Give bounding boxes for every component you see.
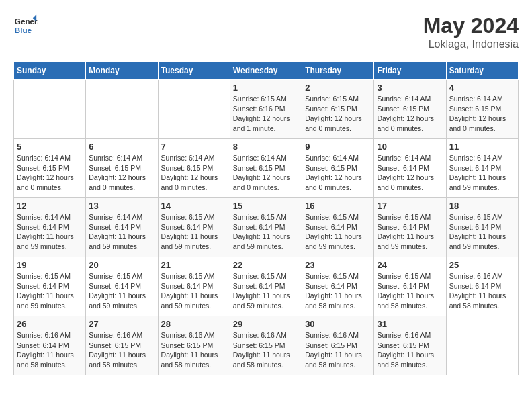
day-info: Sunrise: 6:14 AM Sunset: 6:15 PM Dayligh… [161,153,227,193]
day-info: Sunrise: 6:15 AM Sunset: 6:14 PM Dayligh… [377,271,443,311]
logo-icon: General Blue [13,13,38,38]
dow-header-thursday: Thursday [302,62,374,80]
day-info: Sunrise: 6:14 AM Sunset: 6:14 PM Dayligh… [89,212,154,252]
day-number: 20 [89,260,154,270]
calendar-cell [446,316,518,375]
day-info: Sunrise: 6:14 AM Sunset: 6:14 PM Dayligh… [377,153,443,193]
day-number: 30 [305,319,371,329]
calendar-cell: 27Sunrise: 6:16 AM Sunset: 6:15 PM Dayli… [86,316,158,375]
day-info: Sunrise: 6:14 AM Sunset: 6:15 PM Dayligh… [449,94,515,134]
dow-header-saturday: Saturday [446,62,518,80]
calendar-cell: 9Sunrise: 6:14 AM Sunset: 6:15 PM Daylig… [302,139,374,198]
day-info: Sunrise: 6:16 AM Sunset: 6:15 PM Dayligh… [161,330,227,370]
day-number: 22 [233,260,299,270]
day-number: 13 [89,201,154,211]
calendar-cell: 28Sunrise: 6:16 AM Sunset: 6:15 PM Dayli… [158,316,230,375]
calendar-cell: 11Sunrise: 6:14 AM Sunset: 6:14 PM Dayli… [446,139,518,198]
day-info: Sunrise: 6:15 AM Sunset: 6:15 PM Dayligh… [305,94,371,134]
svg-text:Blue: Blue [15,26,32,34]
dow-header-tuesday: Tuesday [158,62,230,80]
day-info: Sunrise: 6:15 AM Sunset: 6:14 PM Dayligh… [305,271,371,311]
week-row-2: 5Sunrise: 6:14 AM Sunset: 6:15 PM Daylig… [14,139,519,198]
day-info: Sunrise: 6:15 AM Sunset: 6:14 PM Dayligh… [233,271,299,311]
day-info: Sunrise: 6:14 AM Sunset: 6:14 PM Dayligh… [17,212,83,252]
calendar-cell [14,80,86,139]
day-number: 12 [17,201,83,211]
calendar-cell: 5Sunrise: 6:14 AM Sunset: 6:15 PM Daylig… [14,139,86,198]
calendar-cell: 21Sunrise: 6:15 AM Sunset: 6:14 PM Dayli… [158,257,230,316]
day-number: 8 [233,142,299,152]
calendar-cell: 6Sunrise: 6:14 AM Sunset: 6:15 PM Daylig… [86,139,158,198]
calendar-cell: 30Sunrise: 6:16 AM Sunset: 6:15 PM Dayli… [302,316,374,375]
calendar-cell: 24Sunrise: 6:15 AM Sunset: 6:14 PM Dayli… [374,257,446,316]
day-number: 9 [305,142,371,152]
calendar-cell: 25Sunrise: 6:16 AM Sunset: 6:14 PM Dayli… [446,257,518,316]
day-number: 19 [17,260,83,270]
calendar-cell: 13Sunrise: 6:14 AM Sunset: 6:14 PM Dayli… [86,198,158,257]
day-number: 25 [449,260,515,270]
day-number: 21 [161,260,227,270]
calendar-cell: 18Sunrise: 6:15 AM Sunset: 6:14 PM Dayli… [446,198,518,257]
day-info: Sunrise: 6:14 AM Sunset: 6:15 PM Dayligh… [17,153,83,193]
day-number: 31 [377,319,443,329]
day-number: 26 [17,319,83,329]
title-block: May 2024 Loklaga, Indonesia [423,13,519,50]
dow-header-friday: Friday [374,62,446,80]
day-number: 10 [377,142,443,152]
calendar-cell: 17Sunrise: 6:15 AM Sunset: 6:14 PM Dayli… [374,198,446,257]
calendar-cell: 2Sunrise: 6:15 AM Sunset: 6:15 PM Daylig… [302,80,374,139]
calendar-cell: 15Sunrise: 6:15 AM Sunset: 6:14 PM Dayli… [230,198,302,257]
calendar-cell: 22Sunrise: 6:15 AM Sunset: 6:14 PM Dayli… [230,257,302,316]
calendar-table: SundayMondayTuesdayWednesdayThursdayFrid… [13,61,519,375]
calendar-cell: 3Sunrise: 6:14 AM Sunset: 6:15 PM Daylig… [374,80,446,139]
day-number: 24 [377,260,443,270]
calendar-cell [86,80,158,139]
calendar-body: 1Sunrise: 6:15 AM Sunset: 6:16 PM Daylig… [14,80,519,375]
day-info: Sunrise: 6:15 AM Sunset: 6:14 PM Dayligh… [17,271,83,311]
page-subtitle: Loklaga, Indonesia [423,38,519,50]
day-number: 14 [161,201,227,211]
day-number: 18 [449,201,515,211]
day-info: Sunrise: 6:16 AM Sunset: 6:14 PM Dayligh… [449,271,515,311]
calendar-cell: 31Sunrise: 6:16 AM Sunset: 6:15 PM Dayli… [374,316,446,375]
day-info: Sunrise: 6:16 AM Sunset: 6:15 PM Dayligh… [377,330,443,370]
day-info: Sunrise: 6:15 AM Sunset: 6:14 PM Dayligh… [161,271,227,311]
day-number: 11 [449,142,515,152]
calendar-cell: 19Sunrise: 6:15 AM Sunset: 6:14 PM Dayli… [14,257,86,316]
day-number: 28 [161,319,227,329]
day-number: 3 [377,83,443,93]
calendar-cell: 20Sunrise: 6:15 AM Sunset: 6:14 PM Dayli… [86,257,158,316]
day-number: 15 [233,201,299,211]
dow-header-sunday: Sunday [14,62,86,80]
day-info: Sunrise: 6:16 AM Sunset: 6:14 PM Dayligh… [17,330,83,370]
calendar-cell: 26Sunrise: 6:16 AM Sunset: 6:14 PM Dayli… [14,316,86,375]
day-info: Sunrise: 6:16 AM Sunset: 6:15 PM Dayligh… [89,330,154,370]
day-number: 17 [377,201,443,211]
day-number: 4 [449,83,515,93]
week-row-1: 1Sunrise: 6:15 AM Sunset: 6:16 PM Daylig… [14,80,519,139]
week-row-5: 26Sunrise: 6:16 AM Sunset: 6:14 PM Dayli… [14,316,519,375]
calendar-cell: 14Sunrise: 6:15 AM Sunset: 6:14 PM Dayli… [158,198,230,257]
day-number: 29 [233,319,299,329]
day-number: 2 [305,83,371,93]
day-info: Sunrise: 6:15 AM Sunset: 6:14 PM Dayligh… [377,212,443,252]
day-number: 27 [89,319,154,329]
day-number: 5 [17,142,83,152]
day-number: 7 [161,142,227,152]
calendar-cell: 8Sunrise: 6:14 AM Sunset: 6:15 PM Daylig… [230,139,302,198]
calendar-cell: 29Sunrise: 6:16 AM Sunset: 6:15 PM Dayli… [230,316,302,375]
day-number: 16 [305,201,371,211]
day-info: Sunrise: 6:16 AM Sunset: 6:15 PM Dayligh… [233,330,299,370]
day-info: Sunrise: 6:16 AM Sunset: 6:15 PM Dayligh… [305,330,371,370]
day-info: Sunrise: 6:14 AM Sunset: 6:15 PM Dayligh… [377,94,443,134]
calendar-cell: 1Sunrise: 6:15 AM Sunset: 6:16 PM Daylig… [230,80,302,139]
week-row-4: 19Sunrise: 6:15 AM Sunset: 6:14 PM Dayli… [14,257,519,316]
day-info: Sunrise: 6:15 AM Sunset: 6:16 PM Dayligh… [233,94,299,134]
day-number: 6 [89,142,154,152]
day-info: Sunrise: 6:14 AM Sunset: 6:15 PM Dayligh… [305,153,371,193]
week-row-3: 12Sunrise: 6:14 AM Sunset: 6:14 PM Dayli… [14,198,519,257]
calendar-cell: 12Sunrise: 6:14 AM Sunset: 6:14 PM Dayli… [14,198,86,257]
day-info: Sunrise: 6:14 AM Sunset: 6:15 PM Dayligh… [233,153,299,193]
dow-header-monday: Monday [86,62,158,80]
day-info: Sunrise: 6:14 AM Sunset: 6:15 PM Dayligh… [89,153,154,193]
